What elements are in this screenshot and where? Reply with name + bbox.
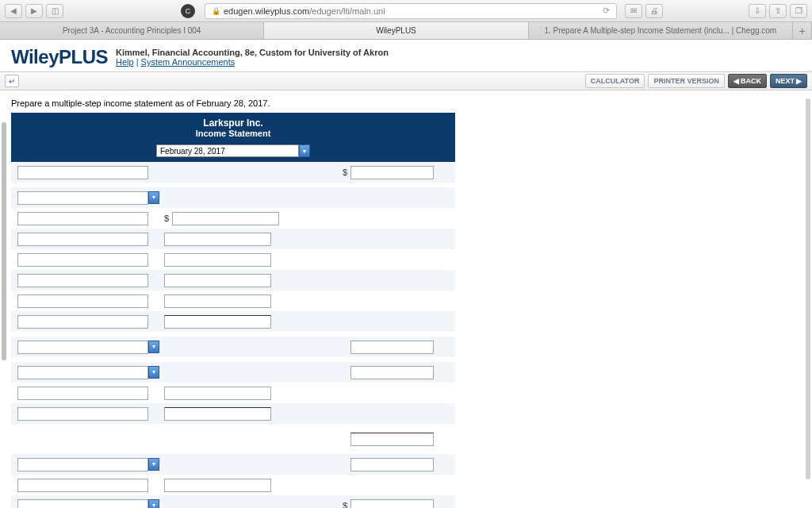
account-select[interactable]: ▼ [17,191,159,205]
instruction-text: Prepare a multiple-step income statement… [11,98,801,108]
amount-input[interactable] [164,387,271,400]
reload-icon[interactable]: ⟳ [603,6,610,16]
statement-row: ▼ [11,362,455,383]
statement-row: $ [11,208,455,229]
tabs-button[interactable]: ❐ [790,4,807,18]
download-button[interactable]: ⇩ [749,4,766,18]
content-area: Prepare a multiple-step income statement… [0,90,812,508]
statement-row [11,311,455,332]
account-select[interactable]: ▼ [17,458,159,471]
date-row: ▼ [11,144,455,162]
help-link[interactable]: Help [116,57,134,67]
amount-input[interactable] [17,274,148,287]
company-name: Larkspur Inc. [11,117,455,129]
amount-input[interactable] [17,479,148,492]
wiley-header: WileyPLUS Kimmel, Financial Accounting, … [0,40,812,71]
back-button[interactable]: ◀BACK [728,74,767,88]
statement-row [11,291,455,311]
return-button[interactable]: ↵ [5,75,19,87]
amount-input[interactable] [164,407,271,421]
book-info: Kimmel, Financial Accounting, 8e, Custom… [116,48,389,67]
amount-input[interactable] [17,387,148,400]
statement-row [11,403,455,424]
date-input[interactable] [156,144,299,157]
dollar-sign: $ [343,501,347,508]
date-select[interactable]: ▼ [156,144,310,157]
account-input[interactable] [17,366,148,379]
url-host: edugen.wileyplus.com [224,6,309,16]
calculator-button[interactable]: CALCULATOR [585,74,645,88]
printer-version-button[interactable]: PRINTER VERSION [648,74,725,88]
share-button[interactable]: ⇪ [769,4,787,18]
statement-row: ▼ [11,454,455,475]
dollar-sign: $ [343,167,347,177]
statement-row: ▼ [11,187,455,208]
site-favicon-icon: C [181,4,195,18]
amount-input[interactable] [17,233,148,246]
statement-row [11,229,455,249]
statement-row [11,429,455,449]
browser-toolbar: ◀ ▶ ◫ C 🔒 edugen.wileyplus.com/edugen/lt… [0,0,812,22]
statement-row: ▼ [11,337,455,357]
amount-input[interactable] [17,253,148,267]
browser-tab-2[interactable]: 1. Prepare A Multiple-step Income Statem… [529,22,793,39]
amount-input[interactable] [17,315,148,329]
dropdown-arrow-icon[interactable]: ▼ [148,341,159,353]
amount-input[interactable] [350,341,434,354]
statement-row [11,270,455,291]
account-input[interactable] [17,341,148,354]
amount-input[interactable] [164,274,271,287]
amount-input[interactable] [350,366,434,379]
amount-input[interactable] [350,458,434,471]
amount-input[interactable] [164,479,271,492]
amount-input[interactable] [17,407,148,421]
amount-input[interactable] [172,212,279,225]
amount-input[interactable] [17,166,148,179]
dollar-sign: $ [164,214,169,223]
statement-header: Larkspur Inc. Income Statement [11,113,455,144]
mail-button[interactable]: ✉ [625,4,642,18]
account-input[interactable] [17,499,148,509]
left-scrollbar[interactable] [2,122,6,360]
nav-forward-button[interactable]: ▶ [25,4,43,18]
amount-input[interactable] [164,233,271,246]
right-scrollbar[interactable] [806,98,810,479]
dropdown-arrow-icon[interactable]: ▼ [148,366,159,379]
dropdown-arrow-icon[interactable]: ▼ [148,191,159,204]
wiley-logo: WileyPLUS [11,46,108,68]
dropdown-arrow-icon[interactable]: ▼ [148,458,159,471]
account-select[interactable]: ▼ [17,341,159,354]
url-bar[interactable]: 🔒 edugen.wileyplus.com/edugen/lti/main.u… [205,3,617,19]
statement-row [11,475,455,495]
statement-title: Income Statement [11,129,455,138]
statement-row: $ [11,162,455,183]
sidebar-toggle-button[interactable]: ◫ [46,4,63,18]
income-statement: Larkspur Inc. Income Statement ▼ $▼$▼▼▼▼… [11,113,455,508]
amount-input[interactable] [350,499,434,509]
system-announcements-link[interactable]: System Announcements [141,57,236,67]
lock-icon: 🔒 [212,7,220,15]
dropdown-arrow-icon[interactable]: ▼ [299,144,310,157]
browser-tab-0[interactable]: Project 3A - Accounting Principles I 004 [0,22,264,39]
amount-input[interactable] [164,253,271,267]
statement-row [11,249,455,270]
amount-input[interactable] [17,212,148,225]
amount-input[interactable] [17,294,148,308]
next-button[interactable]: NEXT▶ [770,74,807,88]
browser-tabs: Project 3A - Accounting Principles I 004… [0,22,812,40]
browser-tab-1[interactable]: WileyPLUS [264,22,528,39]
amount-input[interactable] [164,315,271,329]
amount-input[interactable] [350,433,434,446]
dropdown-arrow-icon[interactable]: ▼ [148,499,159,509]
statement-row: ▼$ [11,495,455,508]
amount-input[interactable] [164,294,271,308]
nav-back-button[interactable]: ◀ [5,4,22,18]
amount-input[interactable] [350,166,434,179]
account-input[interactable] [17,458,148,471]
account-select[interactable]: ▼ [17,499,159,509]
account-select[interactable]: ▼ [17,366,159,379]
account-input[interactable] [17,191,148,205]
new-tab-button[interactable]: + [793,22,812,39]
print-button[interactable]: 🖨 [645,4,663,18]
url-path: /edugen/lti/main.uni [309,6,385,16]
